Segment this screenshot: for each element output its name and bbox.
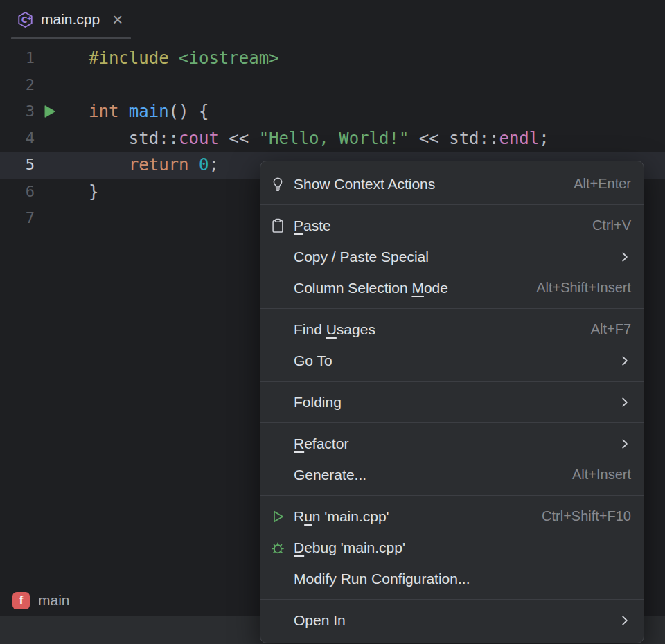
menu-item-modify-run-configuration[interactable]: Modify Run Configuration... <box>260 563 644 594</box>
svg-text:+: + <box>27 14 33 21</box>
menu-item-label: Refactor <box>294 436 348 452</box>
menu-item-go-to[interactable]: Go To <box>260 345 644 376</box>
code-text: } <box>87 179 98 206</box>
menu-separator <box>260 599 644 600</box>
paste-icon <box>270 218 294 233</box>
menu-item-show-context-actions[interactable]: Show Context ActionsAlt+Enter <box>260 168 644 199</box>
line-number[interactable]: 2 <box>0 72 35 99</box>
menu-item-shortcut: Ctrl+V <box>578 217 631 233</box>
run-icon <box>270 509 294 524</box>
line-number[interactable]: 6 <box>0 179 35 206</box>
menu-item-label: Folding <box>294 394 342 411</box>
menu-item-shortcut: Alt+Insert <box>558 467 631 483</box>
breadcrumb-label: main <box>38 592 70 609</box>
chevron-right-icon <box>605 396 631 409</box>
menu-item-label: Debug 'main.cpp' <box>294 539 405 556</box>
line-number[interactable]: 3 <box>0 98 35 125</box>
menu-item-label: Paste <box>294 217 331 234</box>
menu-separator <box>260 381 644 382</box>
chevron-right-icon <box>605 355 631 367</box>
editor-tab-bar: C+ main.cpp × <box>0 0 665 39</box>
menu-item-column-selection-mode[interactable]: Column Selection ModeAlt+Shift+Insert <box>260 272 644 303</box>
editor-context-menu: Show Context ActionsAlt+EnterPasteCtrl+V… <box>260 161 644 643</box>
menu-item-label: Show Context Actions <box>294 176 435 193</box>
cpp-file-icon: C+ <box>17 11 34 28</box>
menu-item-label: Find Usages <box>294 321 375 338</box>
chevron-right-icon <box>605 614 631 627</box>
menu-item-label: Run 'main.cpp' <box>294 508 389 525</box>
editor-line-4[interactable]: 4 std::cout << "Hello, World!" << std::e… <box>0 125 665 152</box>
menu-item-run-main-cpp[interactable]: Run 'main.cpp'Ctrl+Shift+F10 <box>260 501 644 532</box>
menu-item-copy-paste-special[interactable]: Copy / Paste Special <box>260 241 644 272</box>
tab-title: main.cpp <box>41 11 100 28</box>
chevron-right-icon <box>605 251 631 263</box>
line-number[interactable]: 4 <box>0 125 35 152</box>
menu-item-folding[interactable]: Folding <box>260 386 644 418</box>
menu-separator <box>260 422 644 423</box>
tab-main-cpp[interactable]: C+ main.cpp × <box>10 0 132 39</box>
code-text: std::cout << "Hello, World!" << std::end… <box>87 125 549 152</box>
editor-line-2[interactable]: 2 <box>0 72 665 99</box>
menu-item-generate[interactable]: Generate...Alt+Insert <box>260 459 644 490</box>
menu-item-paste[interactable]: PasteCtrl+V <box>260 210 644 241</box>
tab-close-icon[interactable]: × <box>112 10 123 28</box>
code-text: return 0; <box>87 152 219 179</box>
menu-item-shortcut: Alt+Shift+Insert <box>522 280 631 296</box>
breadcrumb: fmain <box>12 592 70 609</box>
run-gutter-icon[interactable] <box>42 104 57 122</box>
ide-window: C+ main.cpp × 1#include <iostream>23int … <box>0 0 665 644</box>
debug-icon <box>270 540 294 555</box>
menu-item-debug-main-cpp[interactable]: Debug 'main.cpp' <box>260 532 644 563</box>
menu-separator <box>260 495 644 496</box>
lightbulb-icon <box>270 177 294 192</box>
menu-item-label: Open In <box>294 612 346 629</box>
menu-item-find-usages[interactable]: Find UsagesAlt+F7 <box>260 314 644 345</box>
chevron-right-icon <box>605 438 631 450</box>
menu-item-label: Generate... <box>294 467 366 483</box>
menu-item-label: Modify Run Configuration... <box>294 571 470 587</box>
menu-item-shortcut: Alt+F7 <box>577 321 631 337</box>
menu-separator <box>260 308 644 309</box>
line-number[interactable]: 5 <box>0 152 35 179</box>
menu-item-label: Column Selection Mode <box>294 280 448 296</box>
line-number[interactable]: 7 <box>0 205 35 232</box>
line-number[interactable]: 1 <box>0 45 35 72</box>
editor-line-3[interactable]: 3int main() { <box>0 98 665 125</box>
menu-item-shortcut: Alt+Enter <box>560 176 631 192</box>
menu-item-label: Go To <box>294 352 332 369</box>
editor-line-1[interactable]: 1#include <iostream> <box>0 45 665 72</box>
menu-item-refactor[interactable]: Refactor <box>260 428 644 459</box>
menu-item-shortcut: Ctrl+Shift+F10 <box>528 508 631 524</box>
menu-separator <box>260 204 644 205</box>
function-icon: f <box>12 592 30 609</box>
breadcrumb-item[interactable]: fmain <box>12 592 70 609</box>
code-text: #include <iostream> <box>87 45 279 72</box>
code-text: int main() { <box>87 98 209 125</box>
menu-item-open-in[interactable]: Open In <box>260 605 644 636</box>
menu-item-label: Copy / Paste Special <box>294 249 429 265</box>
